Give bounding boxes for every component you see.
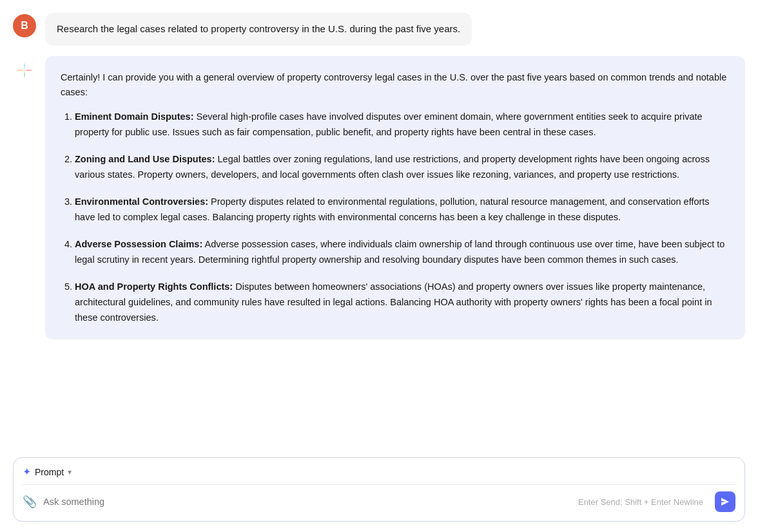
user-avatar: B [13, 14, 36, 37]
user-bubble: Research the legal cases related to prop… [45, 13, 472, 46]
ai-avatar [13, 59, 36, 82]
ai-message-row: Certainly! I can provide you with a gene… [13, 56, 745, 340]
prompt-label: Prompt [35, 467, 64, 477]
user-message-row: B Research the legal cases related to pr… [13, 13, 745, 46]
ai-intro: Certainly! I can provide you with a gene… [61, 70, 730, 101]
list-item: HOA and Property Rights Conflicts: Dispu… [75, 280, 730, 326]
prompt-container: ✦ Prompt ▾ 📎 Enter Send; Shift + Enter N… [13, 457, 745, 522]
prompt-input-row: 📎 Enter Send; Shift + Enter Newline [23, 485, 735, 521]
list-item: Zoning and Land Use Disputes: Legal batt… [75, 152, 730, 183]
send-button[interactable] [715, 491, 735, 512]
list-item-title-3: Environmental Controversies: [75, 196, 208, 207]
prompt-header: ✦ Prompt ▾ [23, 466, 735, 484]
ai-list: Eminent Domain Disputes: Several high-pr… [61, 109, 730, 325]
list-item-title-4: Adverse Possession Claims: [75, 239, 202, 249]
sparkle-icon: ✦ [23, 466, 31, 478]
list-item-title-1: Eminent Domain Disputes: [75, 111, 194, 122]
list-item: Eminent Domain Disputes: Several high-pr… [75, 109, 730, 140]
list-item: Adverse Possession Claims: Adverse posse… [75, 237, 730, 268]
prompt-input[interactable] [43, 497, 572, 507]
list-item-title-2: Zoning and Land Use Disputes: [75, 154, 215, 164]
list-item: Environmental Controversies: Property di… [75, 195, 730, 225]
attachment-icon[interactable]: 📎 [23, 495, 37, 509]
ai-bubble: Certainly! I can provide you with a gene… [45, 56, 745, 340]
prompt-hint: Enter Send; Shift + Enter Newline [578, 497, 703, 507]
chevron-down-icon[interactable]: ▾ [68, 468, 72, 477]
list-item-title-5: HOA and Property Rights Conflicts: [75, 281, 233, 292]
